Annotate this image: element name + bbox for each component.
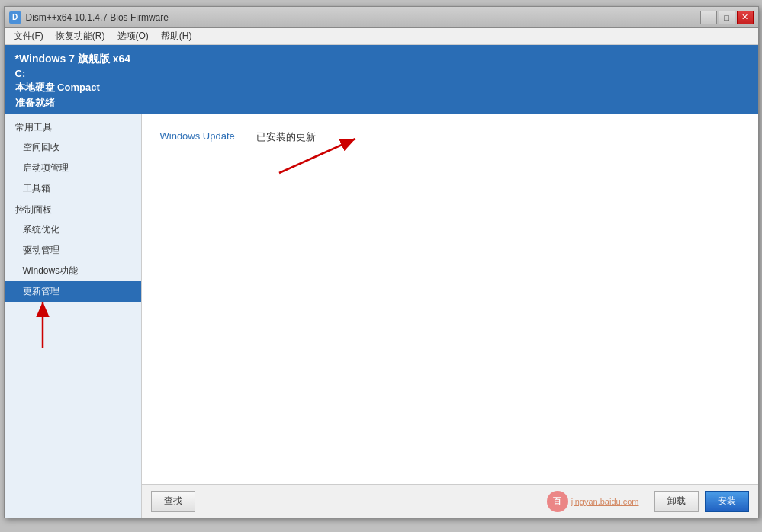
minimize-button[interactable]: ─ xyxy=(700,11,717,24)
menu-help[interactable]: 帮助(H) xyxy=(155,28,198,44)
menu-file[interactable]: 文件(F) xyxy=(8,28,50,44)
content-tabs: Windows Update 已安装的更新 xyxy=(157,126,743,146)
close-button[interactable]: ✕ xyxy=(737,11,754,24)
sidebar-item-winfeature[interactable]: Windows功能 xyxy=(5,261,141,281)
header-title: *Windows 7 旗舰版 x64 xyxy=(15,53,131,66)
tab-windows-update[interactable]: Windows Update xyxy=(157,129,238,146)
baidu-site-label: jingyan.baidu.com xyxy=(571,497,639,506)
sidebar-category-tools: 常用工具 xyxy=(5,117,141,137)
baidu-logo-icon: 百 xyxy=(547,491,568,512)
sidebar-item-space[interactable]: 空间回收 xyxy=(5,137,141,158)
bottom-bar: 查找 百 jingyan.baidu.com 卸载 安装 xyxy=(142,484,758,518)
sidebar-item-startup[interactable]: 启动项管理 xyxy=(5,158,141,178)
header-drive: C: xyxy=(15,68,26,79)
scan-button[interactable]: 查找 xyxy=(151,491,195,512)
window-controls: ─ □ ✕ xyxy=(700,11,754,24)
title-bar: D Dism++x64 10.1.4.7 Bios Firmware ─ □ ✕ xyxy=(5,7,758,28)
sidebar-item-optimize[interactable]: 系统优化 xyxy=(5,220,141,240)
bottom-left-actions: 查找 xyxy=(151,491,195,512)
main-area: 常用工具 空间回收 启动项管理 工具箱 控制面板 系统优化 驱动管理 Windo… xyxy=(5,114,758,518)
install-button[interactable]: 安装 xyxy=(705,491,749,512)
sidebar-item-toolbox[interactable]: 工具箱 xyxy=(5,178,141,199)
sidebar-category-panel: 控制面板 xyxy=(5,199,141,220)
bottom-right-actions: 百 jingyan.baidu.com 卸载 安装 xyxy=(547,491,749,512)
sidebar-arrow-icon xyxy=(20,294,81,355)
content-body: Windows Update 已安装的更新 xyxy=(142,114,758,484)
menu-bar: 文件(F) 恢复功能(R) 选项(O) 帮助(H) xyxy=(5,28,758,45)
header-area: *Windows 7 旗舰版 x64 C: 本地硬盘 Compact 准备就绪 xyxy=(5,45,758,114)
content-arrow-icon xyxy=(264,127,401,204)
app-icon: D xyxy=(9,11,21,24)
menu-options[interactable]: 选项(O) xyxy=(111,28,155,44)
uninstall-button[interactable]: 卸载 xyxy=(654,491,699,512)
sidebar-item-drivers[interactable]: 驱动管理 xyxy=(5,240,141,261)
baidu-watermark: 百 jingyan.baidu.com xyxy=(547,491,639,512)
svg-line-3 xyxy=(279,139,355,173)
header-disk-type: 本地硬盘 Compact xyxy=(15,81,100,95)
sidebar: 常用工具 空间回收 启动项管理 工具箱 控制面板 系统优化 驱动管理 Windo… xyxy=(5,114,142,518)
content-area: Windows Update 已安装的更新 查找 xyxy=(142,114,758,518)
menu-recover[interactable]: 恢复功能(R) xyxy=(50,28,111,44)
maximize-button[interactable]: □ xyxy=(719,11,735,24)
window-title: Dism++x64 10.1.4.7 Bios Firmware xyxy=(26,12,700,23)
arrow-decoration-sidebar xyxy=(5,302,141,363)
header-status: 准备就绪 xyxy=(15,96,55,110)
